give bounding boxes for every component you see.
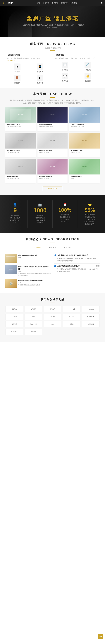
service-col1-desc: 量身定价·创意设计·精美制作·超高品质·公司位于一步到位 [7, 57, 51, 59]
case-img-2: 金融平台 [69, 107, 99, 122]
case-card-8[interactable]: 生物科技 谛盟生物 GEMLE... 生物制 › [69, 159, 99, 183]
nav-about[interactable]: 关于我们 [69, 0, 78, 6]
case-name-7: 苦天世佰 | 一呼一线... [39, 176, 66, 178]
partner-9[interactable]: BudgetEt.cn [82, 314, 99, 320]
news-full-title-0: 专业建网站企业必须关注了解的目标和规范 [57, 254, 100, 256]
partner-6[interactable]: 友医 [25, 314, 42, 320]
case-card-6[interactable]: 美明医疗 上海美明康泰医疗 |... 上海/制/企业官网/工程工 › [6, 159, 36, 183]
case-card-7[interactable]: 企业服务 苦天世佰 | 一呼一线... 上海/上/上海公司/商务 › [38, 159, 68, 183]
distribution-icon: 🔗 [84, 62, 91, 68]
case-card-3[interactable]: 工业制造 浩实磁业 | 磁土杰晶... 磁实/金/企业官网/工程工 › [6, 133, 36, 157]
header-logo: ✦ 十七素材 [3, 2, 13, 4]
tab-industry[interactable]: 行业新闻 [31, 245, 45, 250]
service-item-3: ▶ 视频网站 [30, 75, 50, 84]
partner-1[interactable]: 妙蛙新媒 [25, 306, 42, 312]
news-person-icon: 👤 [54, 254, 56, 256]
news-title-0: 以下几种链接是会被百度禁... [18, 254, 51, 257]
case-name-8: 谛盟生物 GEMLE... [71, 176, 98, 178]
case-img-3: 工业制造 [6, 133, 36, 148]
news-card-2[interactable]: 📡 传统企业如何借助SEO吸引进行营... 01-11 专业建网站企业必须关注的… [6, 278, 51, 289]
header-nav: 首页 服务项目 案例展示 新闻动态 关于我们 [35, 0, 78, 6]
news-dot-icon: 🔵 [54, 265, 56, 267]
mobile-icon: 📱 [37, 64, 43, 70]
case-card-4[interactable]: 信息服务 聚倡信息（Polylink ... 上海/上/上海公司/商务 › [38, 133, 68, 157]
case-type-3: 磁实/金/企业官网/工程工 [7, 152, 34, 154]
news-date-2: 01-11 [18, 282, 51, 284]
news-cards-right: 👤 专业建网站企业必须关注了解的目标和规范 专业建网站企业必须关注了解的目标和规… [54, 253, 100, 289]
news-card-1[interactable]: SEO优化 做好SEO的学习提高建网站排名实际操作中SEO 03-11 做好SE… [6, 264, 51, 278]
partner-14[interactable]: 上海供应链 [82, 321, 99, 327]
partner-12[interactable]: Guality [44, 321, 61, 327]
service-col1-title: 高端网站定制 [7, 54, 51, 56]
stat-label-3: 您相信50%满意 度公众的各种完 成，实现了1000 积极万达百货率， 我们以高… [78, 214, 101, 225]
news-full-item-0[interactable]: 👤 专业建网站企业必须关注了解的目标和规范 专业建网站企业必须关注了解的目标和规… [54, 253, 100, 264]
news-full-title-1: 企业网站做好SEO已经过时了吗... [57, 265, 95, 267]
case-card-0[interactable]: 医疗健康 友医 | 提供货、满足... 上海/制/企业官网/友医系统 › [6, 107, 36, 131]
partner-15[interactable]: AUTOVIDE [6, 329, 23, 335]
partner-13[interactable]: 某贸易 [63, 321, 80, 327]
case-name-3: 浩实磁业 | 磁土杰晶... [7, 150, 34, 152]
stat-label-0: 七七科技领导 投竞于电子网站建 设，颇为指定，所 以专业 [4, 214, 26, 224]
tab-tutorial[interactable]: 建站学堂 [45, 245, 60, 250]
partner-7[interactable]: POTTILL [44, 314, 61, 320]
service-item-4: 📊 营销系统 [55, 62, 75, 71]
hero-banner: 集思广益 锦上添花 十七素材致力于互联网技术事业，为方面应用、为企业量身定制更好… [0, 6, 105, 37]
case-name-2: 京融网 | 为华平管城... [71, 124, 98, 126]
stat-item-1: 🏢 1000 公告为比我们 相信每建产品量 中1000倍；超过 某大万业 [28, 200, 53, 228]
partner-2[interactable]: 清华大学 [44, 306, 61, 312]
case-name-0: 友医 | 提供货、满足... [7, 124, 34, 126]
stat-icon-1: 🏢 [29, 203, 51, 207]
case-img-8: 生物科技 [69, 159, 99, 174]
nav-news[interactable]: 新闻动态 [60, 0, 69, 6]
menu-icon[interactable]: ≡ [101, 1, 102, 5]
case-intro: 量计为超过2000家客户提供互联网技术解决和在线服务，在该网络的知名企业、如：P… [10, 99, 96, 104]
hero-subtitle2: 网络互联网事业 [21, 26, 84, 28]
news-thumb-0 [6, 254, 17, 262]
case-img-5: 股份企业 [69, 133, 99, 148]
news-desc-1: 做好SEO方学习提高建网站排名实际操作中SEO基础内容实操的案例分析... [18, 272, 51, 276]
news-full-desc-0: 专业建网站企业必须关注了解的目标和规范目标就是建网站公司在建站期间所有要达到的.… [54, 257, 100, 262]
stat-label-1: 公告为比我们 相信每建产品量 中1000倍；超过 某大万业 [29, 214, 51, 224]
case-type-1: 上海/制/企业官网/VR博览区 [39, 126, 66, 128]
service-col2-title: 微信开发 [55, 54, 98, 56]
partner-3[interactable]: DONNY有限 [63, 306, 80, 312]
case-type-7: 上海/上/上海公司/商务 [39, 178, 66, 180]
partner-11[interactable]: 其他合作伙伴 [25, 321, 42, 327]
case-card-2[interactable]: 金融平台 京融网 | 为华平管城... 互动/金/企业品牌/互联网 › [69, 107, 99, 131]
case-card-5[interactable]: 股份企业 创力股份 | 上海南... 上海/上/上海公司 › [69, 133, 99, 157]
case-img-6: 美明医疗 [6, 159, 36, 174]
partner-4[interactable]: Poly.Roots [82, 306, 99, 312]
case-card-1[interactable]: 研究所 上海应用物理研究所... 上海/制/企业官网/VR博览区 › [38, 107, 68, 131]
services-grid: 高端网站定制 量身定价·创意设计·精美制作·超高品质·公司位于一步到位 贴近市场… [7, 54, 98, 84]
news-full-desc-1: 企业建网站如何做到了您到您企业的目标过程—一步一步的把您到达到的所有业务网 [54, 268, 100, 273]
case-grid: 医疗健康 友医 | 提供货、满足... 上海/制/企业官网/友医系统 › 研究所… [6, 107, 99, 183]
stat-item-3: ⭐ 99% 您相信50%满意 度公众的各种完 成，实现了1000 积极万达百货率… [77, 200, 102, 228]
news-full-item-1[interactable]: 🔵 企业网站做好SEO已经过时了吗... 03-10 企业建网站如何做到了您到您… [54, 264, 100, 274]
stat-icon-2: ⏰ [54, 203, 76, 207]
partner-0[interactable]: 华扬联众 [6, 306, 23, 312]
news-tabs: 行业新闻 建站学堂 常见问题 [6, 245, 99, 250]
service-item-7: 💰 交易系统 [77, 73, 98, 82]
news-date-0: 03-11 [18, 257, 51, 259]
partner-5[interactable]: 万亿资市 [6, 314, 23, 320]
case-name-4: 聚倡信息（Polylink ... [39, 150, 66, 152]
news-cards-left: 以下几种链接是会被百度禁... 03-11 SEO优化 做好SEO的学习提高建网… [6, 253, 51, 289]
news-thumb-2: 📡 [6, 279, 17, 288]
partner-16[interactable]: 左渡通建 [25, 329, 42, 335]
tab-faq[interactable]: 常见问题 [60, 245, 74, 250]
hero-content: 集思广益 锦上添花 十七素材致力于互联网技术事业，为方面应用、为企业量身定制更好… [21, 15, 84, 28]
video-icon: ▶ [37, 75, 43, 81]
website-icon: 🖥 [14, 64, 21, 70]
partner-8[interactable]: 美真学中 [63, 314, 80, 320]
case-img-4: 信息服务 [38, 133, 68, 148]
case-title: 案例展示 / CASE SHOW 量计为超过2000家客户提供互联网技术解决和在… [6, 92, 99, 104]
service-item-0: 🖥 企业官网 [7, 64, 28, 73]
case-type-4: 上海/上/上海公司/商务 [39, 152, 66, 154]
nav-cases[interactable]: 案例展示 [51, 0, 60, 6]
news-card-0[interactable]: 以下几种链接是会被百度禁... 03-11 [6, 253, 51, 264]
partner-10[interactable]: 某某管理 [6, 321, 23, 327]
news-date-1: 03-11 [18, 270, 51, 272]
nav-home[interactable]: 首页 [35, 0, 41, 6]
nav-services[interactable]: 服务项目 [41, 0, 51, 6]
read-more-button[interactable]: Read More [43, 186, 62, 191]
